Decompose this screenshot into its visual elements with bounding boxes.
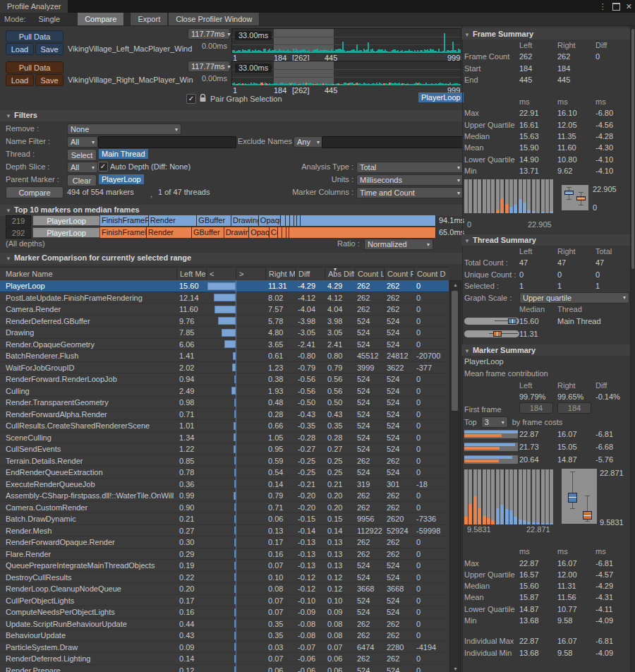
exclude-mode-dropdown[interactable]: Any▾ [294, 136, 323, 148]
column-header-abs-diff[interactable]: Abs Diff▾ [325, 268, 354, 280]
table-row[interactable]: BatchRenderer.Flush1.410.61-0.800.804551… [0, 350, 449, 362]
mode-compare-button[interactable]: Compare [77, 13, 124, 25]
depth-slice-dropdown[interactable]: All▾ [67, 162, 98, 173]
maximize-icon[interactable] [612, 3, 620, 11]
segment-Opaqu[interactable]: Opaqu [259, 215, 281, 226]
pull-data-right-button[interactable]: Pull Data [6, 61, 64, 73]
ratio-dropdown[interactable]: Normalized▾ [364, 239, 433, 250]
table-row[interactable]: EndRenderQueueExtraction0.780.54-0.250.2… [0, 467, 449, 479]
mode-single-button[interactable]: Single [32, 13, 68, 25]
remove-dropdown[interactable]: None▾ [67, 124, 181, 135]
compare-button[interactable]: Compare [6, 186, 64, 198]
segment-FinishFrameRe[interactable]: FinishFrameRe [100, 215, 149, 226]
first-frame-left-button[interactable]: 184 [519, 402, 553, 414]
table-row[interactable]: ComputeNeedsPerObjectLights0.160.07-0.09… [0, 606, 449, 618]
segment-GBuffer[interactable]: GBuffer [197, 215, 231, 226]
range-max-dropdown-right[interactable]: 117.77ms▾ [188, 61, 230, 72]
first-frame-right-button[interactable]: 184 [557, 402, 591, 414]
panel-scrollbar[interactable] [630, 25, 635, 672]
analysis-type-dropdown[interactable]: Total▾ [356, 162, 464, 173]
top10-section-header[interactable]: ▼Top 10 markers on median frames [6, 205, 140, 214]
frame-index-button[interactable]: 219 [6, 215, 31, 227]
table-row[interactable]: Camera.CustomRender0.900.71-0.200.202622… [0, 502, 449, 514]
table-row[interactable]: Render.TransparentGeometry0.980.48-0.500… [0, 397, 449, 409]
frame-time-graph-left[interactable]: 33.00ms [231, 28, 461, 54]
table-row[interactable]: RenderDeferred.GBuffer9.765.78-3.983.985… [0, 316, 449, 328]
table-row[interactable]: RenderDeferred.Lighting0.140.07-0.060.06… [0, 653, 449, 665]
segment-Opaqu[interactable]: Opaqu [249, 227, 270, 238]
playerloop-marker-badge[interactable]: PlayerLoop [418, 92, 464, 102]
column-header-left-me[interactable]: Left Me [176, 268, 206, 280]
auto-depth-checkbox[interactable]: ✓ [98, 162, 108, 172]
table-row[interactable]: RenderForwardAlpha.Render0.710.28-0.430.… [0, 409, 449, 421]
table-row[interactable]: Render.Prepare0.120.06-0.060.065245240 [0, 665, 449, 672]
close-profiler-window-button[interactable]: Close Profiler Window [168, 13, 260, 25]
segment-Drawing[interactable]: Drawing [231, 215, 259, 226]
column-header-marker-name[interactable]: Marker Name [0, 268, 176, 280]
segment-Render[interactable]: Render [149, 215, 198, 226]
graph-selection-region[interactable] [274, 61, 334, 85]
exclude-names-input[interactable] [322, 136, 463, 148]
table-row[interactable]: CullPerObjectLights0.170.07-0.100.105245… [0, 595, 449, 607]
table-scrollbar[interactable]: ▲ ▼ [449, 280, 461, 672]
thread-select-button[interactable]: Select [67, 149, 97, 161]
segment[interactable] [301, 215, 436, 226]
table-scrollbar-thumb[interactable] [452, 291, 458, 411]
table-row[interactable]: Camera.Render11.607.57-4.044.042622620 [0, 304, 449, 316]
table-row[interactable]: Terrain.Details.Render0.850.59-0.250.252… [0, 455, 449, 467]
units-dropdown[interactable]: Milliseconds▾ [356, 174, 464, 186]
name-filter-mode-dropdown[interactable]: All▾ [67, 136, 98, 148]
column-header-count-r[interactable]: Count R [384, 268, 413, 280]
segment-PlayerLoop[interactable]: PlayerLoop [32, 215, 100, 226]
segment-Render[interactable]: Render [147, 227, 192, 238]
graph-scale-dropdown[interactable]: Upper quartile▾ [519, 292, 629, 304]
parent-clear-button[interactable]: Clear [67, 174, 97, 186]
marker-columns-dropdown[interactable]: Time and Count▾ [356, 187, 464, 198]
range-max-dropdown-left[interactable]: 117.77ms▾ [188, 28, 230, 40]
segment[interactable] [289, 227, 436, 238]
load-left-button[interactable]: Load [6, 43, 34, 55]
name-filter-input[interactable] [98, 136, 236, 148]
segment-FinishFrameR[interactable]: FinishFrameR [100, 227, 147, 238]
table-row[interactable]: SceneCulling1.341.05-0.280.285245240 [0, 432, 449, 444]
table-row[interactable]: ExecuteRenderQueueJob0.360.14-0.210.2131… [0, 479, 449, 491]
load-right-button[interactable]: Load [6, 74, 34, 86]
table-row[interactable]: PlayerLoop15.6011.31-4.294.292622620 [0, 280, 449, 292]
table-row[interactable]: QueuePrepareIntegrateMainThreadObjects0.… [0, 560, 449, 572]
table-row[interactable]: BehaviourUpdate0.430.35-0.080.082622620 [0, 630, 449, 642]
table-row[interactable]: Render.OpaqueGeometry6.063.65-2.412.4152… [0, 339, 449, 351]
column-header-diff[interactable]: Diff [295, 268, 325, 280]
panel-scrollbar-thumb[interactable] [631, 29, 634, 269]
table-row[interactable]: DestroyCullResults0.220.10-0.120.1252452… [0, 572, 449, 584]
column-header-right-m[interactable]: Right M [265, 268, 295, 280]
segment-Cu[interactable]: Cu [270, 227, 279, 238]
marker-summary-header[interactable]: ▼Marker Summary [461, 344, 630, 356]
close-icon[interactable]: ✕ [626, 2, 632, 11]
save-right-button[interactable]: Save [35, 74, 64, 86]
table-row[interactable]: RenderForward.RenderLoopJob0.940.38-0.56… [0, 373, 449, 385]
scroll-down-icon[interactable]: ▼ [450, 666, 461, 671]
table-row[interactable]: Batch.DrawDynamic0.210.06-0.150.15995626… [0, 513, 449, 525]
segment-Drawing[interactable]: Drawing [224, 227, 249, 238]
column-header-count-l[interactable]: Count L [354, 268, 384, 280]
save-left-button[interactable]: Save [35, 43, 64, 55]
segment-GBuffer[interactable]: GBuffer [192, 227, 224, 238]
column-header--[interactable]: < [206, 268, 236, 280]
window-tab[interactable]: Profile Analyzer [0, 0, 68, 13]
segment[interactable] [281, 215, 286, 226]
export-button[interactable]: Export [130, 13, 168, 25]
segment-PlayerLoop[interactable]: PlayerLoop [32, 227, 100, 238]
scroll-up-icon[interactable]: ▲ [450, 282, 461, 287]
table-row[interactable]: ParticleSystem.Draw0.090.03-0.070.076474… [0, 642, 449, 654]
column-header-count-d[interactable]: Count D [413, 268, 449, 280]
pair-graph-selection-checkbox[interactable]: ✓ [186, 94, 196, 104]
frame-summary-header[interactable]: ▼Frame Summary [461, 28, 630, 40]
table-row[interactable]: Flare.Render0.290.16-0.130.132622620 [0, 548, 449, 560]
thread-summary-header[interactable]: ▼Thread Summary [461, 234, 630, 246]
kebab-menu-icon[interactable]: ⋮ [599, 2, 607, 11]
frame-index-button[interactable]: 292 [6, 227, 31, 239]
table-row[interactable]: WaitForJobGroupID2.021.23-0.790.79399936… [0, 362, 449, 374]
table-row[interactable]: PostLateUpdate.FinishFrameRendering12.14… [0, 292, 449, 304]
table-row[interactable]: Render.Mesh0.270.13-0.140.1411292252924-… [0, 525, 449, 537]
table-row[interactable]: Assembly-CSharp-firstpass.dll!::WaterTil… [0, 490, 449, 502]
